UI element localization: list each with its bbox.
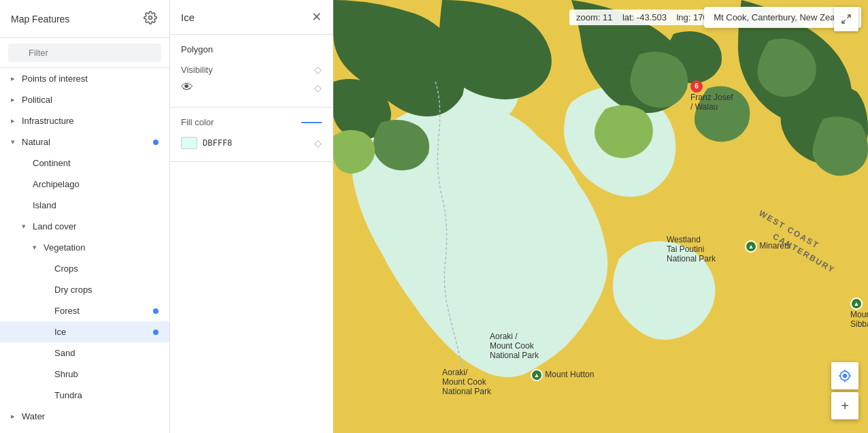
fill-color-value-row: DBFFF8 ◇: [181, 134, 322, 152]
nav-dot-ice: [153, 330, 158, 335]
sidebar-label-natural: Natural: [22, 137, 150, 147]
sidebar-item-ice[interactable]: Ice: [0, 321, 169, 342]
color-diamond[interactable]: ◇: [314, 138, 322, 148]
visibility-row: Visibility ◇: [181, 61, 322, 78]
sidebar-label-continent: Continent: [33, 158, 158, 168]
control-diamond[interactable]: ◇: [314, 82, 322, 93]
sidebar-item-dry-crops[interactable]: Dry crops: [0, 279, 169, 300]
chevron-land-cover: ▾: [22, 222, 29, 231]
svg-line-3: [842, 20, 846, 23]
map-area[interactable]: zoom: 11 lat: -43.503 lng: 170.306 Mt Co…: [333, 0, 868, 433]
chevron-natural: ▾: [11, 138, 18, 146]
sidebar-label-land-cover: Land cover: [33, 221, 158, 231]
sidebar-label-crops: Crops: [54, 263, 158, 274]
chevron-points-of-interest: ▸: [11, 74, 18, 83]
sidebar-item-sand[interactable]: Sand: [0, 342, 169, 364]
color-hex-value: DBFFF8: [203, 138, 232, 148]
gear-button[interactable]: [142, 10, 158, 28]
sidebar-label-political: Political: [22, 95, 158, 105]
sidebar-header: Map Features: [0, 0, 169, 38]
panel-header: Ice ✕: [170, 0, 333, 35]
fill-color-line: [301, 122, 322, 123]
sidebar-item-water[interactable]: ▸Water: [0, 406, 169, 427]
color-swatch[interactable]: DBFFF8: [181, 137, 232, 149]
sidebar-item-tundra[interactable]: Tundra: [0, 385, 169, 406]
lat-value: -43.503: [637, 12, 667, 22]
polygon-label: Polygon: [181, 44, 322, 54]
sidebar-item-island[interactable]: Island: [0, 195, 169, 216]
sidebar-item-continent[interactable]: Continent: [0, 153, 169, 174]
polygon-section: Polygon Visibility ◇ 👁 ◇: [170, 35, 333, 108]
sidebar-label-sand: Sand: [54, 348, 158, 358]
sidebar-item-political[interactable]: ▸Political: [0, 89, 169, 110]
chevron-vegetation: ▾: [33, 243, 39, 252]
zoom-in-button[interactable]: +: [831, 392, 858, 419]
visibility-diamond[interactable]: ◇: [314, 64, 322, 75]
sidebar-label-infrastructure: Infrastructure: [22, 116, 158, 126]
map-controls: +: [831, 362, 858, 419]
fill-color-label: Fill color: [181, 117, 214, 127]
nav-list: ▸Points of interest▸Political▸Infrastruc…: [0, 68, 169, 433]
sidebar-label-vegetation: Vegetation: [44, 242, 158, 253]
sidebar-item-crops[interactable]: Crops: [0, 258, 169, 279]
filter-input[interactable]: [8, 44, 161, 62]
sidebar-label-water: Water: [22, 411, 158, 421]
sidebar-label-forest: Forest: [54, 306, 150, 316]
chevron-political: ▸: [11, 95, 18, 104]
my-location-button[interactable]: [831, 362, 858, 389]
sidebar-item-points-of-interest[interactable]: ▸Points of interest: [0, 68, 169, 89]
sidebar-item-vegetation[interactable]: ▾Vegetation: [0, 237, 169, 258]
zoom-value: 11: [603, 12, 612, 22]
filter-wrap: ☰: [8, 44, 161, 62]
fill-color-section: Fill color DBFFF8 ◇: [170, 108, 333, 162]
zoom-label: zoom:: [576, 12, 600, 22]
nav-dot-natural: [153, 140, 158, 145]
sidebar-item-background[interactable]: Background: [0, 427, 169, 433]
sidebar-label-archipelago: Archipelago: [33, 179, 158, 189]
fullscreen-button[interactable]: [834, 7, 858, 31]
sidebar-label-ice: Ice: [54, 327, 150, 337]
eye-icon[interactable]: 👁: [181, 80, 193, 95]
visibility-label: Visibility: [181, 65, 213, 75]
sidebar-title: Map Features: [11, 14, 69, 25]
svg-line-2: [847, 15, 850, 18]
sidebar-label-tundra: Tundra: [54, 390, 158, 400]
fill-color-header: Fill color: [181, 117, 322, 127]
sidebar-label-dry-crops: Dry crops: [54, 285, 158, 295]
lng-label: lng:: [676, 12, 690, 22]
visibility-control-row: 👁 ◇: [181, 78, 322, 97]
detail-panel: Ice ✕ Polygon Visibility ◇ 👁 ◇ Fill colo…: [170, 0, 333, 433]
sidebar-label-island: Island: [33, 200, 158, 210]
sidebar-label-points-of-interest: Points of interest: [22, 74, 158, 84]
close-button[interactable]: ✕: [312, 10, 322, 25]
nav-dot-forest: [153, 308, 158, 314]
sidebar-item-natural[interactable]: ▾Natural: [0, 131, 169, 153]
map-svg: [333, 0, 868, 433]
panel-title: Ice: [181, 12, 195, 23]
chevron-infrastructure: ▸: [11, 116, 18, 125]
sidebar-item-shrub[interactable]: Shrub: [0, 364, 169, 385]
sidebar-item-archipelago[interactable]: Archipelago: [0, 174, 169, 195]
sidebar-item-land-cover[interactable]: ▾Land cover: [0, 216, 169, 237]
filter-bar: ☰: [0, 38, 169, 68]
sidebar: Map Features ☰ ▸Points of interest▸Polit…: [0, 0, 170, 433]
lat-label: lat:: [622, 12, 634, 22]
svg-point-0: [149, 16, 152, 20]
color-preview: [181, 137, 197, 149]
sidebar-label-shrub: Shrub: [54, 369, 158, 379]
location-label: Mt Cook, Canterbury, New Zealand: [714, 12, 852, 22]
chevron-water: ▸: [11, 412, 18, 421]
sidebar-item-infrastructure[interactable]: ▸Infrastructure: [0, 110, 169, 131]
sidebar-item-forest[interactable]: Forest: [0, 300, 169, 321]
